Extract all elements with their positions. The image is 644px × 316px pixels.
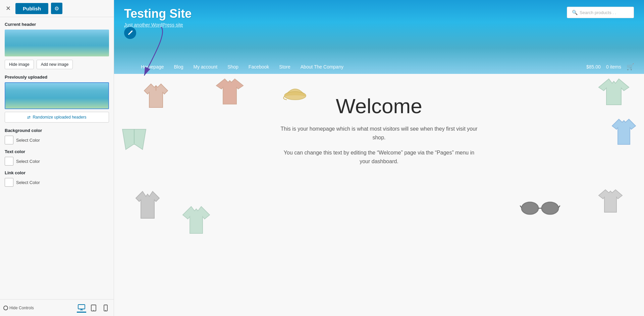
svg-point-6 <box>105 310 106 311</box>
annotation-arrow <box>141 20 235 81</box>
site-preview: Testing Site Just another WordPress site… <box>114 0 644 316</box>
search-placeholder-text: Search products . . <box>580 10 616 15</box>
svg-line-14 <box>558 206 560 208</box>
clothing-item-tshirt-gray <box>597 188 624 216</box>
clothing-item-hoodie-bottom <box>181 205 211 236</box>
search-box[interactable]: 🔍 Search products . . <box>567 7 634 18</box>
background-color-section: Background color Select Color <box>5 128 109 144</box>
svg-point-9 <box>284 92 306 100</box>
link-color-swatch[interactable] <box>5 178 13 187</box>
clothing-item-polo-right <box>610 118 637 149</box>
randomize-button[interactable]: ⇄ Randomize uploaded headers <box>5 112 109 123</box>
bottom-bar: Hide Controls <box>0 299 114 316</box>
nav-item-homepage[interactable]: Homepage <box>141 64 164 70</box>
svg-point-4 <box>93 310 94 311</box>
site-main: Welcome This is your homepage which is w… <box>114 74 644 316</box>
randomize-icon: ⇄ <box>27 115 31 120</box>
clothing-item-jacket2 <box>131 188 164 223</box>
hide-image-button[interactable]: Hide image <box>5 60 34 69</box>
previously-uploaded-title: Previously uploaded <box>5 75 109 80</box>
text-color-swatch[interactable] <box>5 157 13 166</box>
hide-controls-button[interactable]: Hide Controls <box>3 306 34 310</box>
svg-point-11 <box>542 202 558 214</box>
pencil-edit-button[interactable] <box>124 27 136 39</box>
site-nav: Homepage Blog My account Shop Facebook S… <box>114 60 644 71</box>
nav-right: $85.00 0 items 🛒 <box>586 63 634 71</box>
cart-items: 0 items <box>606 64 621 70</box>
site-header-top: Testing Site Just another WordPress site… <box>124 7 634 28</box>
nav-item-blog[interactable]: Blog <box>174 64 183 70</box>
site-title-block: Testing Site Just another WordPress site <box>124 7 192 28</box>
link-color-title: Link color <box>5 170 109 175</box>
nav-item-myaccount[interactable]: My account <box>194 64 218 70</box>
panel-content: Current header Hide image Add new image … <box>0 17 114 299</box>
clothing-item-tshirt-pink <box>215 77 245 109</box>
cart-icon[interactable]: 🛒 <box>627 63 634 71</box>
close-button[interactable]: ✕ <box>3 4 13 13</box>
text-color-title: Text color <box>5 149 109 154</box>
previously-uploaded-section: Previously uploaded ⇄ Randomize uploaded… <box>5 75 109 123</box>
device-icons-group <box>77 303 110 313</box>
link-color-row: Select Color <box>5 178 109 187</box>
current-header-image <box>5 30 109 56</box>
cart-price: $85.00 <box>586 64 601 70</box>
welcome-title: Welcome <box>336 94 422 118</box>
svg-point-10 <box>522 202 538 214</box>
nav-item-store[interactable]: Store <box>279 64 290 70</box>
welcome-paragraph2: You can change this text by editing the … <box>278 148 480 166</box>
previously-uploaded-image[interactable] <box>5 82 109 109</box>
site-title: Testing Site <box>124 7 192 21</box>
nav-item-facebook[interactable]: Facebook <box>249 64 269 70</box>
hide-controls-label: Hide Controls <box>9 306 34 310</box>
clothing-item-shorts <box>121 128 148 152</box>
publish-button[interactable]: Publish <box>15 3 48 14</box>
top-bar: ✕ Publish ⚙ <box>0 0 114 17</box>
link-color-section: Link color Select Color <box>5 170 109 187</box>
svg-rect-0 <box>78 305 85 309</box>
nav-item-shop[interactable]: Shop <box>227 64 238 70</box>
clothing-item-jacket-right <box>597 77 631 109</box>
background-color-swatch[interactable] <box>5 136 13 144</box>
nav-item-aboutcompany[interactable]: About The Company <box>301 64 343 70</box>
site-tagline: Just another WordPress site <box>124 22 192 28</box>
desktop-icon[interactable] <box>77 303 86 313</box>
tablet-icon[interactable] <box>89 303 98 313</box>
search-icon: 🔍 <box>572 10 578 15</box>
randomize-label: Randomize uploaded headers <box>33 115 86 120</box>
background-color-title: Background color <box>5 128 109 133</box>
current-header-title: Current header <box>5 22 109 27</box>
svg-line-13 <box>520 206 522 208</box>
add-image-button[interactable]: Add new image <box>37 60 73 69</box>
background-color-row: Select Color <box>5 136 109 144</box>
link-select-color-label[interactable]: Select Color <box>16 180 40 185</box>
clothing-item-cap <box>278 79 312 107</box>
site-header: Testing Site Just another WordPress site… <box>114 0 644 74</box>
text-select-color-label[interactable]: Select Color <box>16 159 40 164</box>
mobile-icon[interactable] <box>101 303 110 313</box>
left-panel: ✕ Publish ⚙ Current header Hide image Ad… <box>0 0 114 316</box>
background-select-color-label[interactable]: Select Color <box>16 138 40 143</box>
clothing-item-sunglasses <box>520 198 560 220</box>
clothing-item-jacket <box>141 81 171 116</box>
settings-button[interactable]: ⚙ <box>51 3 62 14</box>
hide-controls-circle-icon <box>3 306 8 310</box>
text-color-section: Text color Select Color <box>5 149 109 166</box>
current-header-section: Current header Hide image Add new image <box>5 22 109 69</box>
text-color-row: Select Color <box>5 157 109 166</box>
image-buttons: Hide image Add new image <box>5 60 109 69</box>
welcome-paragraph1: This is your homepage which is what most… <box>278 125 480 142</box>
